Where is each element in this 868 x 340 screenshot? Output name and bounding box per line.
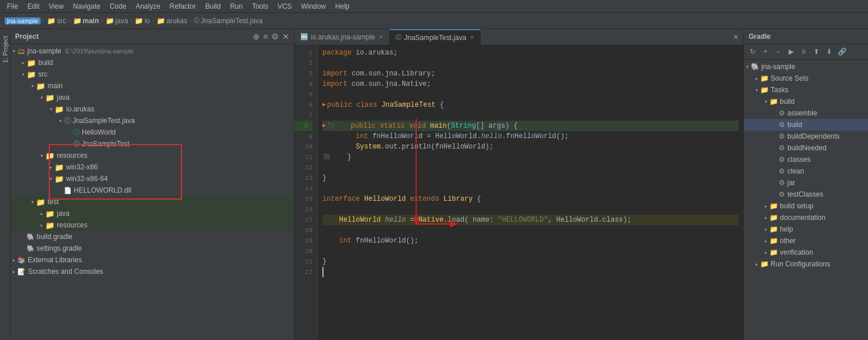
tree-item-test-java[interactable]: ▸ 📁 java — [10, 208, 294, 219]
documentation-group-icon: 📁 — [769, 214, 778, 222]
menu-vcs[interactable]: VCS — [273, 0, 297, 13]
gradle-refresh-btn[interactable]: ↻ — [747, 46, 758, 57]
menu-view[interactable]: View — [44, 0, 68, 13]
menu-run[interactable]: Run — [226, 0, 248, 13]
arrow-build-group: ▾ — [762, 99, 769, 104]
gradle-jna-icon: 🐘 — [751, 63, 760, 71]
breadcrumb-src[interactable]: 📁 src — [47, 17, 66, 25]
build-gradle-icon: 🐘 — [27, 233, 35, 241]
menu-tools[interactable]: Tools — [248, 0, 273, 13]
tree-item-io-arukas[interactable]: ▾ 📁 io.arukas — [10, 103, 294, 115]
menu-window[interactable]: Window — [296, 0, 331, 13]
gradle-label-test-classes: testClasses — [787, 190, 823, 198]
menu-edit[interactable]: Edit — [23, 0, 44, 13]
tree-item-build-gradle[interactable]: 🐘 build.gradle — [10, 231, 294, 243]
gradle-item-build-needed[interactable]: ⚙ buildNeeded — [744, 142, 868, 154]
menu-file[interactable]: File — [2, 0, 23, 13]
gradle-link-btn[interactable]: 🔗 — [837, 46, 847, 57]
tree-label-jnasampletest-class: JnaSampleTest — [82, 140, 129, 148]
tree-item-resources[interactable]: ▾ 📁 resources — [10, 150, 294, 161]
gradle-collapse-btn[interactable]: ⬇ — [824, 46, 834, 57]
arrow-settings-gradle — [20, 246, 27, 251]
sep6: › — [190, 17, 191, 24]
gradle-item-jna-sample[interactable]: ▾ 🐘 jna-sample — [744, 61, 868, 73]
menu-navigate[interactable]: Navigate — [68, 0, 105, 13]
gradle-run-btn[interactable]: ▶ — [786, 46, 796, 57]
tree-item-settings-gradle[interactable]: 🐘 settings.gradle — [10, 243, 294, 254]
gradle-list-btn[interactable]: ≡ — [798, 46, 809, 57]
menu-code[interactable]: Code — [105, 0, 131, 13]
gradle-item-build-dependents[interactable]: ⚙ buildDependents — [744, 131, 868, 142]
breadcrumb-project[interactable]: jna-sample — [5, 17, 41, 24]
gradle-item-verification-group[interactable]: ▸ 📁 verification — [744, 247, 868, 258]
gradle-expand-btn[interactable]: ⬆ — [811, 46, 822, 57]
gradle-item-source-sets[interactable]: ▸ 📁 Source Sets — [744, 73, 868, 84]
breadcrumb-file[interactable]: © JnaSampleTest.java — [194, 16, 263, 25]
tree-item-jnasampletest[interactable]: ▾ Ⓒ JnaSampleTest.java — [10, 115, 294, 126]
tree-item-test[interactable]: ▾ 📁 test — [10, 196, 294, 208]
gradle-item-assemble[interactable]: ⚙ assemble — [744, 107, 868, 119]
menu-build[interactable]: Build — [201, 0, 226, 13]
tree-item-build[interactable]: ▸ 📁 build — [10, 57, 294, 68]
gradle-item-build-group[interactable]: ▾ 📁 build — [744, 96, 868, 107]
tree-item-helloworld[interactable]: ⓘ HelloWorld — [10, 126, 294, 138]
code-line-15: interface HelloWorld extends Library { — [322, 194, 739, 204]
tree-item-jna-sample[interactable]: ▾ 🗂 jna-sample E:\2019\java\jna-sample — [10, 45, 294, 57]
code-editor[interactable]: 1 2 3 4 5 6 7 8 9 10 11 12 13 14 15 16 1 — [295, 45, 743, 340]
tab-jna-close[interactable]: ✕ — [470, 34, 474, 41]
gradle-item-build-setup-group[interactable]: ▸ 📁 build setup — [744, 200, 868, 212]
tree-item-win32-x86[interactable]: ▸ 📁 win32-x86 — [10, 161, 294, 173]
gradle-item-help-group[interactable]: ▸ 📁 help — [744, 223, 868, 235]
gradle-item-other-group[interactable]: ▸ 📁 other — [744, 235, 868, 247]
tree-item-test-resources[interactable]: ▸ 📁 resources — [10, 219, 294, 231]
project-panel-title: Project — [15, 32, 39, 41]
menu-refactor[interactable]: Refactor — [165, 0, 201, 13]
tree-item-scratches[interactable]: ▸ 📝 Scratches and Consoles — [10, 266, 294, 277]
tab-io-close[interactable]: ✕ — [379, 34, 383, 40]
gradle-item-test-classes[interactable]: ⚙ testClasses — [744, 189, 868, 200]
gradle-item-documentation-group[interactable]: ▸ 📁 documentation — [744, 212, 868, 223]
tree-label-jna-sample: jna-sample E:\2019\java\jna-sample — [27, 47, 133, 55]
tree-item-external-libs[interactable]: ▸ 📚 External Libraries — [10, 254, 294, 266]
breadcrumb-io[interactable]: 📁 io — [135, 17, 150, 25]
arrow-test-resources: ▸ — [38, 223, 45, 228]
gradle-item-tasks[interactable]: ▾ 📁 Tasks — [744, 84, 868, 96]
menu-analyze[interactable]: Analyze — [131, 0, 165, 13]
gradle-item-clean[interactable]: ⚙ clean — [744, 165, 868, 177]
code-content[interactable]: package io.arukas; import com.sun.jna.Li… — [318, 45, 743, 340]
test-folder-icon: 📁 — [36, 198, 45, 207]
breadcrumb-java[interactable]: 📁 java — [106, 17, 128, 25]
close-editor-btn[interactable]: ✕ — [728, 33, 743, 41]
gradle-item-classes[interactable]: ⚙ classes — [744, 154, 868, 165]
close-panel-btn[interactable]: ✕ — [282, 32, 289, 41]
breadcrumb-arukas[interactable]: 📁 arukas — [157, 17, 187, 25]
tab-jnasampletest[interactable]: Ⓒ JnaSampleTest.java ✕ — [390, 29, 481, 45]
gradle-item-build-task[interactable]: ⚙ build — [744, 119, 868, 131]
tree-item-main[interactable]: ▾ 📁 main — [10, 80, 294, 92]
project-side-tab[interactable]: 1: Project — [1, 31, 10, 67]
line-num-19: 19 — [295, 236, 313, 246]
tree-item-src[interactable]: ▾ 📁 src — [10, 68, 294, 80]
collapse-all-btn[interactable]: ≡ — [263, 32, 268, 41]
editor-tabs: 🔤 io.arukas.jna-sample ✕ Ⓒ JnaSampleTest… — [295, 29, 743, 45]
breadcrumb-main[interactable]: 📁 main — [73, 17, 99, 25]
tab-io-arukas[interactable]: 🔤 io.arukas.jna-sample ✕ — [295, 29, 390, 45]
settings-btn[interactable]: ⚙ — [271, 32, 279, 41]
jnasampletest-class-icon: Ⓒ — [73, 139, 80, 149]
gradle-label-classes: classes — [787, 155, 811, 164]
helloworld-dll-icon: 📄 — [64, 187, 72, 194]
locate-file-btn[interactable]: ⊕ — [253, 32, 260, 41]
gradle-add-btn[interactable]: + — [760, 46, 771, 57]
clean-gear-icon: ⚙ — [779, 167, 785, 175]
gradle-item-run-configs[interactable]: ▸ 📁 Run Configurations — [744, 258, 868, 270]
sep4: › — [130, 17, 132, 24]
gradle-minus-btn[interactable]: − — [773, 46, 783, 57]
folder-icon-main: 📁 — [73, 17, 82, 25]
gradle-item-jar[interactable]: ⚙ jar — [744, 177, 868, 189]
tree-item-win32-x86-64[interactable]: ▾ 📁 win32-x86-64 — [10, 173, 294, 185]
tree-label-test-resources: resources — [57, 221, 88, 229]
tree-item-java[interactable]: ▾ 📁 java — [10, 92, 294, 103]
tree-item-jnasampletest-class[interactable]: Ⓒ JnaSampleTest — [10, 138, 294, 150]
tree-item-helloworld-dll[interactable]: 📄 HELLOWORLD.dll — [10, 185, 294, 196]
menu-help[interactable]: Help — [331, 0, 354, 13]
